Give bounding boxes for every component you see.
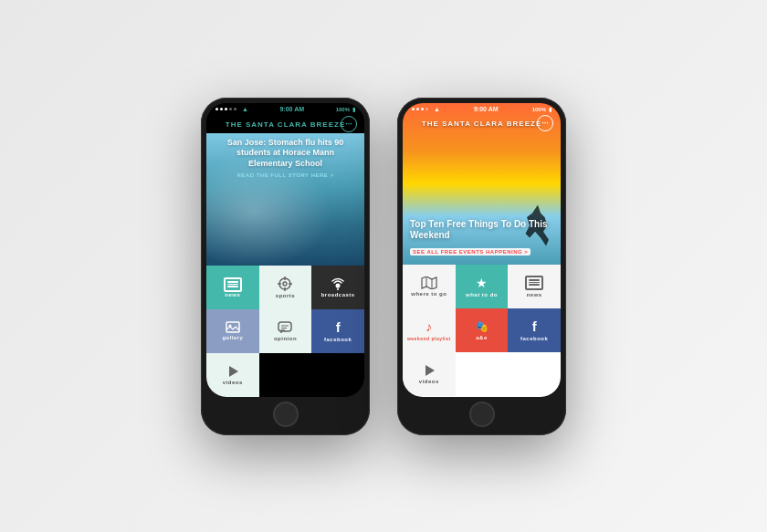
phone-1-grid: news	[206, 266, 364, 397]
signal-dot-p2-4	[426, 108, 428, 110]
phone-2-screen: ▲ 9:00 AM 100% ▮	[403, 103, 561, 397]
news-icon-2	[525, 276, 543, 290]
phone-2-hero-content: Top Ten Free Things To Do This Weekend S…	[410, 219, 553, 257]
phone-2-playlist-item[interactable]: ♪ weekend playlist	[403, 308, 456, 352]
svg-point-1	[283, 282, 287, 286]
signal-dot-4	[229, 108, 232, 110]
signal-dot-5	[234, 108, 236, 110]
phone-2-hero: THE SANTA CLARA BREEZE ··· Top Ten Free …	[403, 103, 561, 265]
phone-1-status-bar: ▲ 9:00 AM 100% ▮	[206, 103, 364, 116]
svg-rect-8	[226, 322, 239, 332]
phone-2-time: 9:00 AM	[474, 106, 499, 112]
phone-1-more-button[interactable]: ···	[341, 116, 357, 132]
battery-icon-2: ▮	[549, 106, 552, 112]
phone-1-time: 9:00 AM	[279, 106, 304, 112]
phone-2-headline: Top Ten Free Things To Do This Weekend	[410, 219, 553, 241]
phone-1-signal: ▲	[215, 106, 248, 112]
phone-1-sports-label: sports	[276, 293, 295, 298]
phone-1-hero-link[interactable]: READ THE FULL STORY HERE >	[214, 172, 357, 178]
map-icon	[421, 276, 437, 289]
videos-icon-2	[423, 364, 436, 377]
signal-dot-p2-3	[421, 108, 424, 110]
svg-marker-16	[426, 365, 435, 376]
phone-1-videos-item[interactable]: videos	[206, 353, 259, 397]
signal-dot-p2-1	[412, 108, 415, 110]
phone-1-news-label: news	[225, 292, 240, 297]
phone-2-app: THE SANTA CLARA BREEZE ··· Top Ten Free …	[403, 103, 561, 397]
facebook-icon-1: f	[336, 319, 341, 335]
phone-1-news-item[interactable]: news	[206, 266, 259, 309]
phone-2-status-bar: ▲ 9:00 AM 100% ▮	[403, 103, 561, 116]
phone-1-headline: San Jose: Stomach flu hits 90 students a…	[214, 138, 357, 170]
svg-point-6	[336, 283, 341, 287]
phone-2-app-header: THE SANTA CLARA BREEZE ···	[403, 116, 561, 131]
sports-icon	[278, 276, 292, 291]
phone-1-facebook-item[interactable]: f facebook	[311, 309, 364, 353]
phone-1-broadcasts-item[interactable]: broadcasts	[311, 266, 364, 309]
battery-icon: ▮	[352, 106, 355, 112]
signal-dot-3	[225, 108, 227, 110]
phone-1-app: THE SANTA CLARA BREEZE ··· San Jose: Sto…	[206, 116, 364, 397]
star-icon: ★	[476, 276, 488, 290]
phone-1-videos-label: videos	[223, 380, 243, 385]
phone-2: ▲ 9:00 AM 100% ▮	[397, 98, 566, 435]
signal-dot-1	[215, 108, 218, 110]
phone-2-ae-label: a&e	[476, 335, 488, 340]
phone-1-screen: ▲ 9:00 AM 100% ▮ THE SANTA CLARA BREEZE …	[206, 103, 364, 397]
svg-marker-13	[229, 366, 238, 377]
phone-1-hero: San Jose: Stomach flu hits 90 students a…	[206, 133, 364, 266]
phone-1-app-title: THE SANTA CLARA BREEZE	[226, 120, 345, 129]
phone-1-app-header: THE SANTA CLARA BREEZE ···	[206, 116, 364, 133]
phone-2-whattodo-item[interactable]: ★ what to do	[456, 265, 509, 308]
signal-dot-2	[220, 108, 223, 110]
phone-2-videos-label: videos	[419, 379, 439, 384]
phone-2-videos-item[interactable]: videos	[403, 352, 456, 396]
phone-2-wheretogo-label: where to go	[411, 291, 447, 297]
phone-2-hero-link[interactable]: SEE ALL FREE EVENTS HAPPENING >	[410, 248, 531, 256]
phone-2-whattodo-label: what to do	[466, 292, 498, 297]
phone-2-grid: where to go ★ what to do	[403, 265, 561, 397]
theater-icon: 🎭	[475, 320, 489, 333]
facebook-icon-2: f	[532, 318, 537, 334]
phone-1-wifi-icon: ▲	[242, 106, 248, 112]
phone-2-shell: ▲ 9:00 AM 100% ▮	[397, 98, 566, 435]
news-icon	[224, 277, 242, 292]
phone-1-home-button[interactable]	[273, 402, 299, 427]
phone-2-ae-item[interactable]: 🎭 a&e	[456, 308, 509, 352]
phone-1-gallery-item[interactable]: gallery	[206, 309, 259, 353]
phone-2-facebook-item[interactable]: f facebook	[508, 308, 561, 352]
phone-2-wheretogo-item[interactable]: where to go	[403, 265, 456, 308]
phone-1-broadcasts-label: broadcasts	[321, 292, 355, 297]
broadcast-icon	[331, 277, 345, 290]
phone-1-sports-item[interactable]: sports	[259, 266, 312, 309]
phone-1-battery: 100% ▮	[336, 106, 355, 112]
phone-2-news-label: news	[527, 292, 542, 297]
phone-1-opinion-item[interactable]: opinion	[259, 309, 312, 353]
phone-2-facebook-label: facebook	[520, 336, 548, 341]
phone-2-news-item[interactable]: news	[508, 265, 561, 308]
phone-2-playlist-label: weekend playlist	[407, 336, 451, 341]
phone-2-wifi-icon: ▲	[434, 106, 440, 112]
opinion-icon	[278, 321, 292, 334]
phone-1-gallery-label: gallery	[222, 335, 243, 340]
phone-1: ▲ 9:00 AM 100% ▮ THE SANTA CLARA BREEZE …	[201, 98, 370, 435]
phone-1-facebook-label: facebook	[324, 337, 352, 342]
signal-dot-p2-2	[416, 108, 419, 110]
gallery-icon	[226, 321, 240, 333]
videos-icon-1	[226, 365, 239, 378]
phone-2-app-title: THE SANTA CLARA BREEZE	[422, 120, 541, 128]
phone-1-opinion-label: opinion	[274, 336, 297, 341]
phone-2-signal: ▲	[412, 106, 440, 112]
phone-2-more-button[interactable]: ···	[537, 115, 553, 131]
phone-2-home-button[interactable]	[469, 402, 495, 427]
phone-2-battery: 100% ▮	[532, 106, 552, 112]
music-icon: ♪	[426, 319, 432, 334]
phone-1-shell: ▲ 9:00 AM 100% ▮ THE SANTA CLARA BREEZE …	[201, 98, 370, 435]
scene: ▲ 9:00 AM 100% ▮ THE SANTA CLARA BREEZE …	[0, 0, 767, 532]
